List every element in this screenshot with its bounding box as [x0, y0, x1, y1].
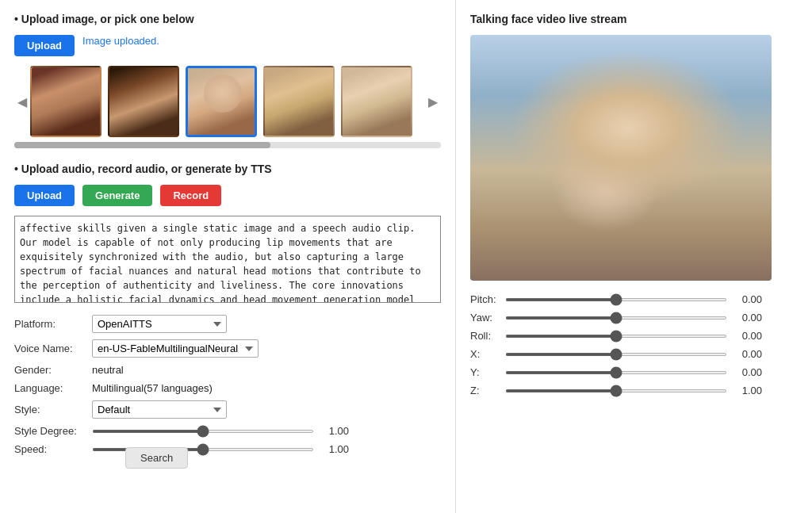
gender-label: Gender:: [14, 364, 86, 376]
style-degree-value: 1.00: [320, 425, 349, 437]
yaw-label: Yaw:: [470, 312, 499, 323]
platform-select[interactable]: OpenAITTS: [92, 315, 227, 333]
voice-name-label: Voice Name:: [14, 343, 86, 354]
face-thumb-4[interactable]: [263, 66, 335, 137]
right-sliders: Pitch: 0.00 Yaw: 0.00 Roll: 0.00 X: 0.00…: [470, 293, 798, 396]
style-select[interactable]: Default: [92, 400, 227, 419]
image-section-title: • Upload image, or pick one below: [14, 13, 441, 25]
record-button[interactable]: Record: [160, 185, 221, 206]
style-degree-slider[interactable]: [92, 430, 314, 433]
z-label: Z:: [470, 385, 499, 396]
style-degree-row: Style Degree: 1.00: [14, 425, 441, 437]
y-row: Y: 0.00: [470, 366, 798, 378]
z-row: Z: 1.00: [470, 385, 798, 396]
right-panel: Talking face video live stream Pitch: 0.…: [456, 0, 812, 513]
yaw-slider[interactable]: [505, 316, 727, 320]
x-slider[interactable]: [505, 353, 727, 356]
image-strip: [30, 66, 425, 137]
language-row: Language: Multilingual(57 languages): [14, 382, 441, 394]
z-value: 1.00: [733, 385, 762, 396]
style-label: Style:: [14, 404, 86, 415]
image-upload-button[interactable]: Upload: [14, 35, 75, 56]
voice-name-row: Voice Name: en-US-FableMultilingualNeura…: [14, 339, 441, 358]
face-video-inner: [470, 35, 772, 281]
face-thumb-2[interactable]: [108, 66, 179, 137]
voice-name-select[interactable]: en-US-FableMultilingualNeural: [92, 339, 259, 358]
roll-row: Roll: 0.00: [470, 330, 798, 342]
roll-label: Roll:: [470, 330, 499, 342]
gender-value: neutral: [92, 364, 124, 376]
y-label: Y:: [470, 366, 499, 378]
audio-section: • Upload audio, record audio, or generat…: [14, 163, 441, 469]
audio-btn-row: Upload Generate Record: [14, 185, 441, 206]
audio-section-title: • Upload audio, record audio, or generat…: [14, 163, 441, 175]
x-value: 0.00: [733, 348, 762, 360]
yaw-row: Yaw: 0.00: [470, 312, 798, 323]
speed-label: Speed:: [14, 443, 86, 455]
face-thumb-3[interactable]: [186, 66, 257, 137]
z-slider[interactable]: [505, 389, 727, 392]
talking-face-video: [470, 35, 772, 281]
audio-upload-button[interactable]: Upload: [14, 185, 75, 206]
face-thumb-1[interactable]: [30, 66, 102, 137]
right-panel-title: Talking face video live stream: [470, 13, 798, 25]
language-label: Language:: [14, 382, 86, 394]
image-upload-row: Upload Image uploaded.: [14, 35, 441, 56]
upload-status-text: Image uploaded.: [82, 35, 159, 56]
y-slider[interactable]: [505, 371, 727, 374]
image-scroll-wrapper: ◀ ▶: [14, 66, 441, 137]
pitch-row: Pitch: 0.00: [470, 293, 798, 305]
roll-slider[interactable]: [505, 335, 727, 338]
generate-button[interactable]: Generate: [82, 185, 152, 206]
tts-textarea[interactable]: affective skills given a single static i…: [14, 216, 441, 303]
scroll-right-arrow[interactable]: ▶: [425, 94, 441, 109]
y-value: 0.00: [733, 366, 762, 378]
style-degree-label: Style Degree:: [14, 425, 86, 437]
pitch-value: 0.00: [733, 293, 762, 305]
scrollbar-thumb: [14, 142, 270, 148]
roll-value: 0.00: [733, 330, 762, 342]
scroll-left-arrow[interactable]: ◀: [14, 94, 30, 109]
x-row: X: 0.00: [470, 348, 798, 360]
yaw-value: 0.00: [733, 312, 762, 323]
left-panel: • Upload image, or pick one below Upload…: [0, 0, 456, 513]
platform-label: Platform:: [14, 318, 86, 330]
platform-row: Platform: OpenAITTS: [14, 315, 441, 333]
pitch-slider[interactable]: [505, 298, 727, 301]
pitch-label: Pitch:: [470, 293, 499, 305]
x-label: X:: [470, 348, 499, 360]
image-scrollbar[interactable]: [14, 142, 441, 148]
language-value: Multilingual(57 languages): [92, 382, 213, 394]
image-section: • Upload image, or pick one below Upload…: [14, 13, 441, 148]
gender-row: Gender: neutral: [14, 364, 441, 376]
face-thumb-5[interactable]: [341, 66, 412, 137]
search-button[interactable]: Search: [125, 447, 188, 469]
style-row: Style: Default: [14, 400, 441, 419]
